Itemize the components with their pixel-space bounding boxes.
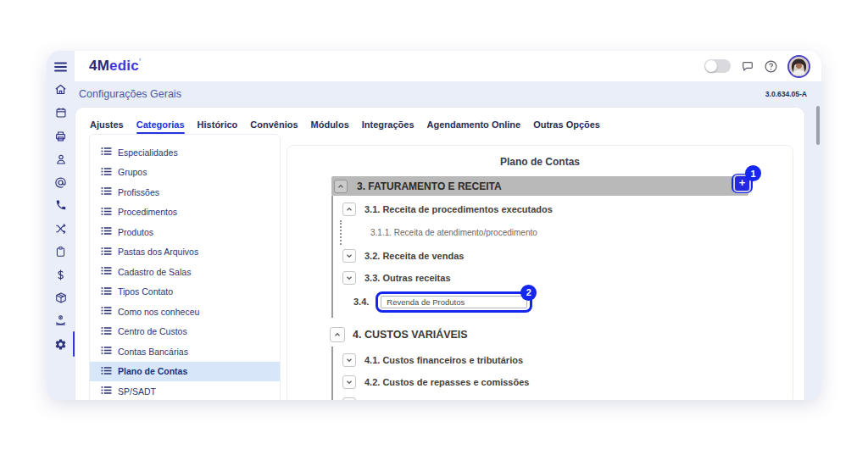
category-label: Contas Bancárias <box>118 347 188 357</box>
logo-text-rest: edic <box>109 58 139 74</box>
chevron-down-icon <box>345 375 353 390</box>
annotation-box-1: +1 <box>732 174 753 193</box>
printer-icon[interactable] <box>47 125 75 147</box>
plus-icon: + <box>739 176 746 189</box>
tree-item-3-outras: 3.3. Outras receitas <box>333 267 793 289</box>
list-icon <box>101 306 112 317</box>
category-item-centro-de-custos[interactable]: Centro de Custos <box>90 322 280 342</box>
collapse-button[interactable] <box>342 203 356 216</box>
tree-group-label: 3. FATURAMENTO E RECEITA <box>357 180 502 192</box>
list-icon <box>101 147 112 158</box>
tab-ajustes[interactable]: Ajustes <box>90 119 124 130</box>
expand-button[interactable] <box>342 353 356 367</box>
category-item-como-nos-conheceu[interactable]: Como nos conheceu <box>90 302 280 322</box>
category-item-especialidades[interactable]: Especialidades <box>90 142 280 163</box>
home-icon[interactable] <box>47 78 75 101</box>
help-icon[interactable] <box>764 59 778 74</box>
scrollbar-thumb[interactable] <box>816 106 820 145</box>
category-label: Plano de Contas <box>118 366 187 376</box>
tree-item-label: 3.3. Outras receitas <box>364 273 451 283</box>
chart-of-accounts-panel: Plano de Contas 3. FATURAMENTO E RECEITA… <box>287 145 793 400</box>
list-icon <box>101 386 112 397</box>
settings-tabs: AjustesCategoriasHistóricoConvêniosMódul… <box>75 108 804 130</box>
collapse-button[interactable] <box>330 327 345 342</box>
chevron-up-icon <box>345 202 353 217</box>
tree-item-label: 3.2. Receita de vendas <box>364 251 464 261</box>
tree-group-header-3-faturamento-e-receita: 3. FATURAMENTO E RECEITA+1 <box>331 176 748 196</box>
list-icon <box>101 207 112 218</box>
tree-group-header-4-custos-variaveis: 4. CUSTOS VARIÁVEIS <box>330 323 793 347</box>
category-item-tipos-contato[interactable]: Tipos Contato <box>90 282 280 302</box>
annotation-badge-1: 1 <box>745 165 761 181</box>
expand-button[interactable] <box>342 397 356 400</box>
app-logo: 4Medic’ <box>89 58 142 75</box>
category-item-plano-de-contas[interactable]: Plano de Contas <box>90 362 280 382</box>
tree-children: 3.1. Receita de procedimentos executados… <box>331 196 793 318</box>
at-icon[interactable] <box>47 170 75 193</box>
dollar-icon[interactable] <box>47 264 75 286</box>
list-icon <box>101 346 112 357</box>
category-item-produtos[interactable]: Produtos <box>90 222 280 242</box>
chevron-down-icon <box>345 352 353 368</box>
tab-modulos[interactable]: Módulos <box>311 119 349 130</box>
clipboard-icon[interactable] <box>47 240 75 263</box>
package-icon[interactable] <box>47 286 75 309</box>
phone-icon[interactable] <box>47 194 75 217</box>
user-avatar[interactable] <box>787 55 810 78</box>
tree-item-label: 4.3. Outros custos variáveis <box>364 399 488 400</box>
list-icon <box>101 326 112 337</box>
tab-categorias[interactable]: Categorias <box>136 119 185 130</box>
category-label: Grupos <box>118 167 147 177</box>
category-item-cadastro-de-salas[interactable]: Cadastro de Salas <box>90 262 280 282</box>
category-item-profissoes[interactable]: Profissões <box>90 182 280 203</box>
user-icon[interactable] <box>47 147 75 170</box>
tab-integracoes[interactable]: Integrações <box>362 119 415 130</box>
calendar-icon[interactable] <box>47 102 75 125</box>
chat-icon[interactable] <box>740 59 754 74</box>
tree-item-3-receita: 3.1. Receita de procedimentos executados <box>333 198 793 220</box>
tree-item-label: 3.4. <box>353 297 369 307</box>
shuffle-icon[interactable] <box>47 217 75 240</box>
settings-content-card: AjustesCategoriasHistóricoConvêniosMódul… <box>75 107 805 400</box>
category-item-contas-bancarias[interactable]: Contas Bancárias <box>90 341 280 362</box>
category-item-pastas-dos-arquivos[interactable]: Pastas dos Arquivos <box>90 242 280 263</box>
category-label: Profissões <box>118 187 159 197</box>
logo-tick: ’ <box>139 58 142 67</box>
chevron-up-icon <box>337 179 345 194</box>
menu-icon[interactable] <box>47 55 75 78</box>
list-icon <box>101 266 112 277</box>
category-item-procedimentos[interactable]: Procedimentos <box>90 203 280 223</box>
settings-icon[interactable] <box>47 333 75 356</box>
app-window: 4Medic’ Configurações Gerais 3.0.634.05-… <box>47 51 821 400</box>
list-icon <box>101 167 112 178</box>
theme-toggle[interactable] <box>704 59 731 73</box>
category-label: Tipos Contato <box>118 286 173 297</box>
page-title: Configurações Gerais <box>79 88 181 100</box>
expand-button[interactable] <box>342 271 356 285</box>
list-icon <box>101 186 112 197</box>
tree-item-label: 4.2. Custos de repasses e comissões <box>364 377 529 387</box>
categories-panel: EspecialidadesGruposProfissõesProcedimen… <box>89 134 281 400</box>
tree-item-4-custos: 4.2. Custos de repasses e comissões <box>333 371 793 393</box>
expand-button[interactable] <box>342 249 356 263</box>
account-name-input[interactable] <box>381 296 527 308</box>
collapse-button[interactable] <box>334 180 348 193</box>
category-label: Pastas dos Arquivos <box>118 247 198 257</box>
top-controls <box>704 55 810 78</box>
chevron-up-icon <box>333 327 342 342</box>
tree-item-3-receita: 3.2. Receita de vendas <box>333 245 793 267</box>
tree-children: 4.1. Custos financeiros e tributários4.2… <box>331 347 793 400</box>
category-item-grupos[interactable]: Grupos <box>90 163 280 183</box>
cashflow-icon[interactable] <box>47 309 75 332</box>
list-icon <box>101 226 112 237</box>
category-label: Especialidades <box>118 147 178 158</box>
category-item-sp-sadt[interactable]: SP/SADT <box>90 381 280 400</box>
tab-outras-opcoes[interactable]: Outras Opções <box>533 119 600 130</box>
tab-agendamento-online[interactable]: Agendamento Online <box>427 119 521 130</box>
annotation-badge-2: 2 <box>520 285 537 301</box>
tab-convenios[interactable]: Convênios <box>250 119 298 130</box>
tab-historico[interactable]: Histórico <box>198 119 238 130</box>
expand-button[interactable] <box>342 375 356 389</box>
tree-item-4-outros: 4.3. Outros custos variáveis <box>333 393 793 400</box>
tree-leaf-item: 3.1.1. Receita de atendimento/procedimen… <box>342 221 793 243</box>
